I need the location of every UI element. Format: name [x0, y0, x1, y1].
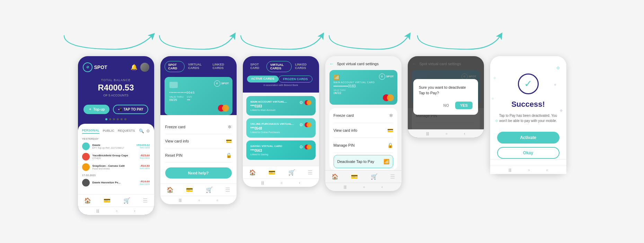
card-cvv-2: •••	[187, 98, 192, 102]
dot-5	[121, 118, 123, 120]
tap-to-pay-button[interactable]: 📲 TAP TO PAY	[113, 105, 148, 114]
card-logo-text: SPOT	[221, 82, 229, 85]
tab-requests[interactable]: REQUESTS	[118, 129, 135, 133]
bell-icon[interactable]: 🔔	[131, 64, 138, 70]
nav-card-icon[interactable]: 💳	[104, 197, 111, 204]
nav4-card-icon[interactable]: 💳	[351, 173, 358, 180]
vc1-number: ***0183	[250, 104, 299, 108]
tx-status-4: success	[140, 183, 150, 185]
s4-freeze[interactable]: Freeze card ❄	[334, 108, 393, 123]
tab-linked-cards[interactable]: LINKED CARDS	[209, 61, 232, 72]
vc1-gear-icon[interactable]: ⚙	[299, 100, 303, 105]
screen2-top: SPOT CARD VIRTUAL CARDS LINKED CARDS ⊘ S…	[160, 56, 237, 115]
filter-icon[interactable]: ⚙	[146, 129, 150, 133]
s3-tab-virtual[interactable]: VIRTUAL CARDS	[266, 61, 292, 72]
dot-1	[105, 118, 107, 120]
screen1-phone: ⊘ SPOT 🔔 TOTAL BALANCE R4000.53 OF 5 ACC…	[78, 56, 154, 215]
vc2-gear-icon[interactable]: ⚙	[299, 122, 303, 127]
activate-button[interactable]: Activate	[497, 132, 559, 144]
action-freeze[interactable]: Freeze card ❄	[165, 120, 232, 134]
date-yesterday: YESTERDAY	[82, 137, 150, 140]
s4-deactivate[interactable]: Deactivate Tap to Pay 📶	[334, 155, 393, 168]
modal-yes-button[interactable]: YES	[455, 102, 473, 109]
sys3-back: ‹	[299, 181, 300, 185]
tab-public[interactable]: PUBLIC	[103, 129, 115, 133]
tx-tabs-row: PERSONAL PUBLIC REQUESTS 🔍 ⚙	[82, 129, 150, 134]
nav4-cart-icon[interactable]: 🛒	[371, 173, 378, 180]
nav4-home-icon[interactable]: 🏠	[332, 173, 338, 180]
nav2-home-icon[interactable]: 🏠	[167, 186, 174, 193]
tx-info-3: SnapScan - Canvas Café Food and drinks	[92, 164, 137, 170]
search-icon[interactable]: 🔍	[139, 129, 144, 133]
spot-logo-icon: ⊘	[83, 62, 92, 72]
checkmark-icon: ✓	[524, 78, 532, 89]
vc-item-2[interactable]: ONLINE PURCHASES VIRTUAL... ***0548 Link…	[246, 118, 316, 138]
transactions-panel: PERSONAL PUBLIC REQUESTS 🔍 ⚙ YESTERDAY D…	[78, 124, 154, 194]
tx-amount-2: -R25.00	[140, 154, 150, 157]
freeze-label: Freeze card	[165, 125, 186, 129]
balance-label: TOTAL BALANCE	[83, 78, 149, 82]
action-view-info[interactable]: View card info 💳	[165, 134, 232, 148]
okay-button[interactable]: Okay	[497, 147, 559, 159]
date-17: 17.02.2021	[82, 174, 150, 177]
logo-text: SPOT	[94, 64, 107, 70]
tab-frozen-cards[interactable]: FROZEN CARDS	[279, 76, 312, 83]
card-visual-2: ⊘ SPOT ••••••••••••0045 VALID THRU 09/25	[165, 77, 232, 115]
success-description: Tap to Pay has been deactivated. You won…	[497, 113, 559, 123]
tx-item-4: Dawie Hannelize Pe... -R10.00 success	[82, 179, 150, 186]
dot-2	[109, 118, 111, 120]
screen3-full: SPOT CARD VIRTUAL CARDS LINKED CARDS ACT…	[243, 56, 319, 187]
vc3-gear-icon[interactable]: ⚙	[299, 145, 303, 149]
s4-freeze-icon: ❄	[389, 113, 393, 118]
tx-desc-2: OTHER	[92, 157, 137, 159]
nfc-icon-4: 📶	[334, 74, 339, 80]
nav2-card-icon[interactable]: 💳	[186, 186, 193, 193]
tab-active-cards[interactable]: ACTIVE CARDS	[247, 76, 279, 83]
screen4-full: ← Spot virtual card settings ⊘ SPOT	[325, 56, 402, 191]
tab-spot-card[interactable]: SPOT CARD	[165, 61, 185, 72]
system-bar-2: ||| ○ ‹	[160, 196, 237, 204]
tab-personal[interactable]: PERSONAL	[82, 129, 99, 134]
nav-cart-icon[interactable]: 🛒	[123, 197, 130, 204]
nav3-home-icon[interactable]: 🏠	[249, 169, 256, 176]
s4-manage-pin[interactable]: Manage PIN 🔒	[334, 138, 393, 153]
s4-mc-logo	[383, 94, 394, 101]
tx-desc-1: EFT Top-up Ref: 2227238017	[92, 147, 134, 149]
vc1-linked: Linked to Main Account	[250, 109, 299, 111]
tab-virtual-cards[interactable]: VIRTUAL CARDS	[185, 61, 209, 72]
modal-buttons: NO YES	[419, 102, 473, 109]
dot-4	[117, 118, 119, 120]
s4-view-info[interactable]: View card info 💳	[334, 123, 393, 138]
sys3-circle: ○	[281, 181, 283, 185]
tx-info-1: Dawie EFT Top-up Ref: 2227238017	[92, 144, 134, 149]
sys6-lines: |||	[509, 168, 511, 172]
nav3-menu-icon[interactable]: ☰	[308, 169, 312, 176]
settings-title-4: Spot virtual card settings	[337, 62, 379, 66]
modal-no-button[interactable]: NO	[440, 102, 452, 109]
nav3-card-icon[interactable]: 💳	[268, 169, 275, 176]
s3-tab-linked[interactable]: LINKED CARDS	[292, 61, 315, 72]
card-logo-circle: ⊘	[214, 80, 220, 87]
header-icons: 🔔	[131, 63, 149, 72]
nav4-menu-icon[interactable]: ☰	[390, 173, 395, 180]
vc3-info: SAVING VIRTUAL CARD ***0563 Linked to Sa…	[250, 145, 299, 156]
avatar[interactable]	[140, 63, 149, 72]
topup-button[interactable]: ＋ Top-up	[83, 105, 109, 114]
action-reset-pin[interactable]: Reset PIN 🔒	[165, 148, 232, 163]
nav2-menu-icon[interactable]: ☰	[225, 186, 230, 193]
success-title: Success!	[511, 100, 545, 109]
tx-status-1: success	[136, 147, 150, 149]
help-button[interactable]: Need help?	[165, 167, 232, 179]
s3-tab-spot[interactable]: SPOT CARD	[247, 61, 267, 72]
nav-menu-icon[interactable]: ☰	[143, 197, 148, 204]
vc-item-1[interactable]: MAIN ACCOUNT VIRTUAL... ***0183 Linked t…	[246, 96, 316, 115]
nav-home-icon[interactable]: 🏠	[84, 197, 91, 204]
arrow-row	[7, 28, 637, 56]
system-bar-3: ||| ○ ‹	[243, 179, 319, 187]
s4-spot-logo: ⊘ SPOT	[379, 73, 394, 80]
back-arrow-4[interactable]: ←	[329, 61, 334, 67]
vc-item-3[interactable]: SAVING VIRTUAL CARD ***0563 Linked to Sa…	[246, 140, 316, 160]
nav3-cart-icon[interactable]: 🛒	[288, 169, 295, 176]
screens-row: ⊘ SPOT 🔔 TOTAL BALANCE R4000.53 OF 5 ACC…	[78, 56, 566, 215]
nav2-cart-icon[interactable]: 🛒	[206, 186, 213, 193]
